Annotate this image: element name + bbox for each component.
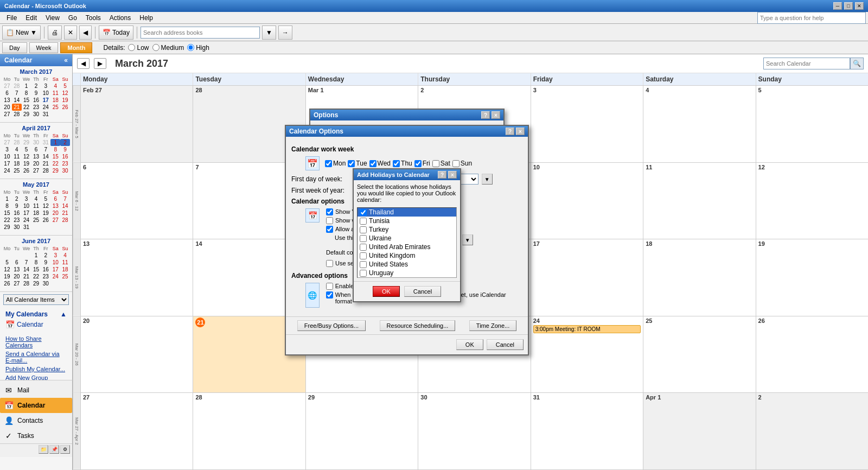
mini-day[interactable]: 28 — [12, 139, 22, 146]
cal-cell[interactable]: 13 — [80, 239, 193, 316]
cal-cell[interactable]: 31 — [531, 393, 643, 469]
mini-day[interactable]: 13 — [2, 97, 12, 104]
holiday-us-check[interactable] — [360, 261, 367, 268]
mini-day[interactable]: 29 — [31, 280, 41, 287]
mini-day[interactable]: 13 — [50, 202, 60, 209]
nav-shortcut-btn[interactable]: 📌 — [49, 445, 59, 454]
time-zone-button[interactable]: Time Zone... — [469, 320, 516, 331]
holiday-thailand-check[interactable] — [360, 209, 367, 216]
mini-day[interactable]: 1 — [22, 82, 31, 90]
mini-day[interactable]: 18 — [31, 209, 41, 217]
detail-medium-radio[interactable] — [152, 44, 159, 51]
detail-low-label[interactable]: Low — [128, 44, 149, 52]
cal-next-button[interactable]: ▶ — [94, 58, 106, 69]
mini-day[interactable]: 26 — [41, 217, 50, 224]
day-fri-check[interactable] — [414, 160, 422, 167]
mini-day[interactable]: 12 — [60, 90, 70, 97]
mini-day[interactable]: 4 — [50, 82, 60, 90]
cal-cell[interactable]: 24 3:00pm Meeting: IT ROOM — [531, 316, 643, 393]
mini-day[interactable]: 19 — [41, 209, 50, 217]
cal-cell[interactable]: 11 — [643, 163, 755, 239]
cal-cell[interactable]: 18 — [643, 239, 755, 316]
my-calendars-header[interactable]: My Calendars ▲ — [3, 309, 69, 319]
mini-day[interactable]: 14 — [22, 266, 31, 273]
mini-day[interactable]: 27 — [12, 280, 22, 287]
mini-day[interactable]: 17 — [50, 266, 60, 273]
cal-cell[interactable]: 12 — [756, 163, 868, 239]
day-mon-label[interactable]: Mon — [325, 160, 346, 167]
cal-cell[interactable]: 28 — [193, 393, 305, 469]
day-wed-label[interactable]: Wed — [369, 160, 391, 167]
day-thu-check[interactable] — [393, 160, 400, 167]
mini-day[interactable]: 2 — [41, 252, 50, 259]
mini-day[interactable]: 15 — [31, 266, 41, 273]
use-color-check[interactable] — [326, 260, 333, 267]
option1-check[interactable] — [326, 208, 333, 215]
mini-day[interactable]: 2 — [12, 195, 22, 202]
mini-day[interactable]: 24 — [2, 167, 12, 174]
mini-day[interactable]: 12 — [22, 153, 31, 160]
cal-options-ok-button[interactable]: OK — [456, 339, 483, 350]
mini-day[interactable]: 19 — [22, 160, 31, 167]
mini-day[interactable]: 21 — [60, 209, 70, 217]
cal-cell[interactable]: 30 — [418, 393, 530, 469]
view-day-button[interactable]: Day — [2, 42, 27, 53]
holidays-cancel-button[interactable]: Cancel — [404, 286, 441, 297]
holiday-turkey[interactable]: Turkey — [358, 225, 456, 234]
mini-day[interactable]: 18 — [60, 266, 70, 273]
mini-day[interactable]: 25 — [31, 217, 41, 224]
nav-calendar[interactable]: 📅 Calendar — [0, 398, 72, 413]
back-button[interactable]: ◀ — [79, 26, 92, 40]
mini-day[interactable]: 31 — [41, 111, 50, 118]
day-mon-check[interactable] — [325, 160, 332, 167]
mini-day[interactable]: 8 — [50, 146, 60, 153]
cal-cell[interactable]: 3 — [531, 86, 643, 162]
cal-cell[interactable]: 20 — [80, 316, 193, 393]
mini-day-today[interactable]: 21 — [12, 104, 22, 111]
cal-cell[interactable]: 27 — [80, 393, 193, 469]
nav-mail[interactable]: ✉ Mail — [0, 383, 72, 398]
mini-day[interactable]: 28 — [41, 167, 50, 174]
detail-low-radio[interactable] — [128, 44, 135, 51]
menu-go[interactable]: Go — [64, 13, 81, 23]
detail-high-label[interactable]: High — [187, 44, 209, 52]
mini-day[interactable]: 25 — [50, 104, 60, 111]
mini-day[interactable]: 26 — [2, 280, 12, 287]
mini-day[interactable]: 15 — [2, 209, 12, 217]
day-tue-label[interactable]: Tue — [348, 160, 367, 167]
mini-cal-april-title[interactable]: April 2017 — [2, 125, 70, 131]
mini-day[interactable]: 24 — [50, 273, 60, 280]
day-sun-label[interactable]: Sun — [452, 160, 472, 167]
mini-day[interactable]: 12 — [41, 202, 50, 209]
nav-folder-btn[interactable]: 📁 — [39, 445, 48, 454]
mini-day[interactable]: 21 — [41, 160, 50, 167]
close-button[interactable]: ✕ — [855, 2, 864, 10]
send-calendar-link[interactable]: Send a Calendar via E-mail... — [3, 350, 69, 365]
mini-day[interactable]: 20 — [50, 209, 60, 217]
mini-day[interactable]: 27 — [31, 167, 41, 174]
mini-day[interactable]: 27 — [2, 139, 12, 146]
mini-day[interactable]: 20 — [12, 273, 22, 280]
mini-day[interactable]: 3 — [2, 146, 12, 153]
mini-day[interactable]: 16 — [31, 97, 41, 104]
address-book-search-btn[interactable]: ▼ — [262, 26, 276, 40]
mini-day[interactable]: 29 — [22, 139, 31, 146]
mini-day[interactable]: 9 — [12, 202, 22, 209]
mini-day[interactable]: 2 — [60, 139, 70, 146]
new-button[interactable]: 📋 New ▼ — [2, 26, 41, 40]
menu-edit[interactable]: Edit — [21, 13, 41, 23]
help-input[interactable] — [757, 12, 866, 24]
mini-day[interactable]: 8 — [31, 259, 41, 266]
print-button[interactable]: 🖨 — [48, 26, 62, 40]
day-sat-check[interactable] — [432, 160, 439, 167]
cal-cell[interactable]: 6 — [80, 163, 193, 239]
mini-day[interactable]: 24 — [41, 104, 50, 111]
mini-day[interactable]: 30 — [31, 139, 41, 146]
mini-day[interactable]: 24 — [22, 217, 31, 224]
mini-day[interactable]: 14 — [41, 153, 50, 160]
mini-day[interactable]: 4 — [31, 195, 41, 202]
cal-cell[interactable]: Apr 1 — [643, 393, 755, 469]
mini-day[interactable]: 22 — [31, 273, 41, 280]
mini-day[interactable]: 9 — [60, 146, 70, 153]
calendar-nav-item[interactable]: 📅 Calendar — [3, 319, 69, 330]
